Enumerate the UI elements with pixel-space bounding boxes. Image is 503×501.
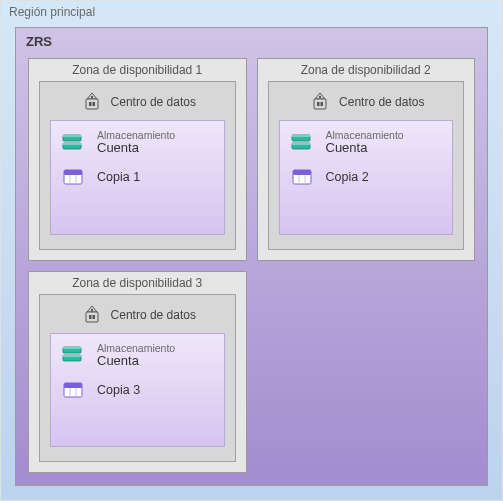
copy-label: Copia 1 [97,170,140,184]
storage-label-big: Cuenta [97,354,175,369]
zone-title: Zona de disponibilidad 2 [258,63,475,77]
svg-rect-7 [63,143,81,145]
storage-account-row: Almacenamiento Cuenta [61,342,216,369]
storage-account-row: Almacenamiento Cuenta [290,129,445,156]
datacenter-label: Centro de datos [339,95,424,109]
svg-rect-6 [63,135,81,137]
availability-zone-1: Zona de disponibilidad 1 Ce [28,58,247,261]
datacenter-header: Centro de datos [279,90,454,114]
storage-account-box: Almacenamiento Cuenta [279,120,454,235]
svg-rect-18 [292,135,310,137]
copy-row: Copia 1 [61,166,216,188]
copy-row: Copia 3 [61,379,216,401]
svg-rect-33 [64,383,82,388]
storage-account-icon [61,344,87,366]
zones-grid: Zona de disponibilidad 1 Ce [28,58,475,473]
datacenter-header: Centro de datos [50,303,225,327]
copy-row: Copia 2 [290,166,445,188]
svg-rect-0 [86,99,98,109]
zrs-box: ZRS Zona de disponibilidad 1 [15,27,488,486]
svg-rect-1 [89,102,92,106]
storage-account-icon [290,132,316,154]
storage-account-labels: Almacenamiento Cuenta [97,342,175,369]
svg-rect-21 [293,170,311,175]
svg-rect-9 [64,170,82,175]
copy-icon [61,166,87,188]
datacenter-icon [79,304,105,326]
datacenter-icon [307,91,333,113]
storage-account-icon [61,132,87,154]
svg-rect-12 [314,99,326,109]
datacenter-icon [79,91,105,113]
svg-rect-24 [86,312,98,322]
svg-point-15 [319,96,321,98]
copy-label: Copia 3 [97,383,140,397]
svg-rect-2 [92,102,95,106]
storage-account-labels: Almacenamiento Cuenta [97,129,175,156]
copy-label: Copia 2 [326,170,369,184]
svg-rect-26 [92,315,95,319]
zrs-label: ZRS [26,34,52,49]
primary-region-box: Región principal ZRS Zona de disponibili… [0,0,503,501]
svg-rect-14 [321,102,324,106]
availability-zone-2: Zona de disponibilidad 2 Ce [257,58,476,261]
storage-label-big: Cuenta [97,141,175,156]
availability-zone-3: Zona de disponibilidad 3 Ce [28,271,247,474]
primary-region-label: Región principal [9,5,95,19]
datacenter-box: Centro de datos [268,81,465,250]
svg-rect-31 [63,355,81,357]
datacenter-label: Centro de datos [111,308,196,322]
svg-point-27 [90,308,92,310]
svg-rect-25 [89,315,92,319]
storage-account-box: Almacenamiento Cuenta [50,120,225,235]
svg-rect-13 [317,102,320,106]
storage-label-small: Almacenamiento [97,342,175,354]
svg-rect-30 [63,347,81,349]
datacenter-box: Centro de datos [39,81,236,250]
svg-point-3 [90,96,92,98]
copy-icon [61,379,87,401]
datacenter-box: Centro de datos [39,294,236,463]
svg-rect-19 [292,143,310,145]
storage-account-row: Almacenamiento Cuenta [61,129,216,156]
datacenter-header: Centro de datos [50,90,225,114]
datacenter-label: Centro de datos [111,95,196,109]
zone-title: Zona de disponibilidad 3 [29,276,246,290]
storage-account-box: Almacenamiento Cuenta [50,333,225,448]
copy-icon [290,166,316,188]
storage-account-labels: Almacenamiento Cuenta [326,129,404,156]
zone-title: Zona de disponibilidad 1 [29,63,246,77]
storage-label-big: Cuenta [326,141,404,156]
